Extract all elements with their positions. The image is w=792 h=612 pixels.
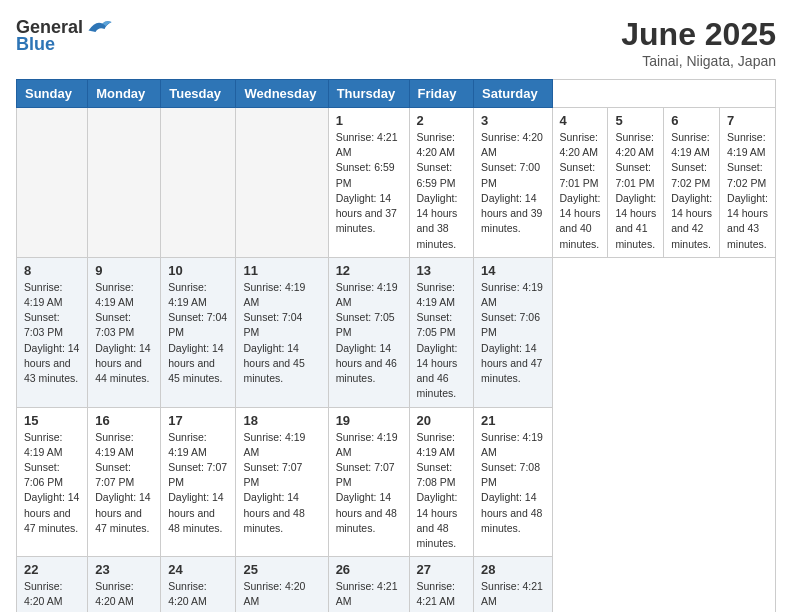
day-cell-9: 9Sunrise: 4:19 AMSunset: 7:03 PMDaylight… <box>88 257 161 407</box>
day-number: 13 <box>417 263 467 278</box>
weekday-header-sunday: Sunday <box>17 80 88 108</box>
day-cell-21: 21Sunrise: 4:19 AMSunset: 7:08 PMDayligh… <box>474 407 552 557</box>
day-info: Sunrise: 4:21 AMSunset: 7:09 PMDaylight:… <box>336 579 402 612</box>
day-cell-13: 13Sunrise: 4:19 AMSunset: 7:05 PMDayligh… <box>409 257 474 407</box>
weekday-header-monday: Monday <box>88 80 161 108</box>
weekday-header-thursday: Thursday <box>328 80 409 108</box>
calendar-table: SundayMondayTuesdayWednesdayThursdayFrid… <box>16 79 776 612</box>
day-number: 26 <box>336 562 402 577</box>
day-cell-22: 22Sunrise: 4:20 AMSunset: 7:08 PMDayligh… <box>17 557 88 612</box>
location-subtitle: Tainai, Niigata, Japan <box>621 53 776 69</box>
day-cell-1: 1Sunrise: 4:21 AMSunset: 6:59 PMDaylight… <box>328 108 409 258</box>
day-info: Sunrise: 4:19 AMSunset: 7:05 PMDaylight:… <box>336 280 402 387</box>
day-number: 17 <box>168 413 228 428</box>
empty-cell <box>17 108 88 258</box>
day-cell-4: 4Sunrise: 4:20 AMSunset: 7:01 PMDaylight… <box>552 108 608 258</box>
weekday-header-wednesday: Wednesday <box>236 80 328 108</box>
day-info: Sunrise: 4:19 AMSunset: 7:07 PMDaylight:… <box>95 430 153 537</box>
day-info: Sunrise: 4:20 AMSunset: 7:01 PMDaylight:… <box>615 130 656 252</box>
logo-text-blue: Blue <box>16 34 55 55</box>
empty-cell <box>88 108 161 258</box>
day-cell-2: 2Sunrise: 4:20 AMSunset: 6:59 PMDaylight… <box>409 108 474 258</box>
day-info: Sunrise: 4:19 AMSunset: 7:07 PMDaylight:… <box>168 430 228 537</box>
logo: General Blue <box>16 16 113 55</box>
day-number: 2 <box>417 113 467 128</box>
day-info: Sunrise: 4:20 AMSunset: 7:01 PMDaylight:… <box>560 130 601 252</box>
day-number: 7 <box>727 113 768 128</box>
day-number: 21 <box>481 413 544 428</box>
day-info: Sunrise: 4:19 AMSunset: 7:05 PMDaylight:… <box>417 280 467 402</box>
day-cell-16: 16Sunrise: 4:19 AMSunset: 7:07 PMDayligh… <box>88 407 161 557</box>
day-info: Sunrise: 4:20 AMSunset: 7:00 PMDaylight:… <box>481 130 544 237</box>
day-info: Sunrise: 4:19 AMSunset: 7:08 PMDaylight:… <box>417 430 467 552</box>
logo-bird-icon <box>85 16 113 38</box>
day-info: Sunrise: 4:19 AMSunset: 7:08 PMDaylight:… <box>481 430 544 537</box>
day-number: 24 <box>168 562 228 577</box>
day-number: 1 <box>336 113 402 128</box>
day-number: 27 <box>417 562 467 577</box>
day-info: Sunrise: 4:19 AMSunset: 7:07 PMDaylight:… <box>336 430 402 537</box>
day-info: Sunrise: 4:19 AMSunset: 7:07 PMDaylight:… <box>243 430 320 537</box>
day-info: Sunrise: 4:21 AMSunset: 7:09 PMDaylight:… <box>481 579 544 612</box>
day-number: 22 <box>24 562 80 577</box>
day-number: 6 <box>671 113 712 128</box>
title-area: June 2025 Tainai, Niigata, Japan <box>621 16 776 69</box>
day-number: 3 <box>481 113 544 128</box>
day-info: Sunrise: 4:20 AMSunset: 7:09 PMDaylight:… <box>243 579 320 612</box>
day-cell-19: 19Sunrise: 4:19 AMSunset: 7:07 PMDayligh… <box>328 407 409 557</box>
day-info: Sunrise: 4:20 AMSunset: 7:08 PMDaylight:… <box>24 579 80 612</box>
day-cell-10: 10Sunrise: 4:19 AMSunset: 7:04 PMDayligh… <box>161 257 236 407</box>
day-info: Sunrise: 4:19 AMSunset: 7:03 PMDaylight:… <box>95 280 153 387</box>
day-info: Sunrise: 4:21 AMSunset: 6:59 PMDaylight:… <box>336 130 402 237</box>
day-info: Sunrise: 4:19 AMSunset: 7:06 PMDaylight:… <box>481 280 544 387</box>
day-cell-26: 26Sunrise: 4:21 AMSunset: 7:09 PMDayligh… <box>328 557 409 612</box>
empty-cell <box>236 108 328 258</box>
day-cell-15: 15Sunrise: 4:19 AMSunset: 7:06 PMDayligh… <box>17 407 88 557</box>
day-cell-27: 27Sunrise: 4:21 AMSunset: 7:09 PMDayligh… <box>409 557 474 612</box>
day-number: 28 <box>481 562 544 577</box>
weekday-header-saturday: Saturday <box>474 80 552 108</box>
day-info: Sunrise: 4:19 AMSunset: 7:02 PMDaylight:… <box>671 130 712 252</box>
day-cell-11: 11Sunrise: 4:19 AMSunset: 7:04 PMDayligh… <box>236 257 328 407</box>
week-row-4: 22Sunrise: 4:20 AMSunset: 7:08 PMDayligh… <box>17 557 776 612</box>
day-number: 16 <box>95 413 153 428</box>
day-number: 4 <box>560 113 601 128</box>
day-cell-14: 14Sunrise: 4:19 AMSunset: 7:06 PMDayligh… <box>474 257 552 407</box>
day-number: 10 <box>168 263 228 278</box>
day-cell-6: 6Sunrise: 4:19 AMSunset: 7:02 PMDaylight… <box>664 108 720 258</box>
day-cell-8: 8Sunrise: 4:19 AMSunset: 7:03 PMDaylight… <box>17 257 88 407</box>
day-number: 20 <box>417 413 467 428</box>
weekday-header-tuesday: Tuesday <box>161 80 236 108</box>
day-number: 9 <box>95 263 153 278</box>
empty-cell <box>161 108 236 258</box>
day-info: Sunrise: 4:19 AMSunset: 7:06 PMDaylight:… <box>24 430 80 537</box>
day-info: Sunrise: 4:19 AMSunset: 7:02 PMDaylight:… <box>727 130 768 252</box>
day-number: 8 <box>24 263 80 278</box>
day-number: 23 <box>95 562 153 577</box>
day-cell-18: 18Sunrise: 4:19 AMSunset: 7:07 PMDayligh… <box>236 407 328 557</box>
day-cell-12: 12Sunrise: 4:19 AMSunset: 7:05 PMDayligh… <box>328 257 409 407</box>
day-cell-20: 20Sunrise: 4:19 AMSunset: 7:08 PMDayligh… <box>409 407 474 557</box>
day-cell-23: 23Sunrise: 4:20 AMSunset: 7:08 PMDayligh… <box>88 557 161 612</box>
day-number: 19 <box>336 413 402 428</box>
day-cell-5: 5Sunrise: 4:20 AMSunset: 7:01 PMDaylight… <box>608 108 664 258</box>
week-row-2: 8Sunrise: 4:19 AMSunset: 7:03 PMDaylight… <box>17 257 776 407</box>
week-row-3: 15Sunrise: 4:19 AMSunset: 7:06 PMDayligh… <box>17 407 776 557</box>
week-row-1: 1Sunrise: 4:21 AMSunset: 6:59 PMDaylight… <box>17 108 776 258</box>
day-info: Sunrise: 4:19 AMSunset: 7:04 PMDaylight:… <box>168 280 228 387</box>
day-number: 11 <box>243 263 320 278</box>
weekday-header-row: SundayMondayTuesdayWednesdayThursdayFrid… <box>17 80 776 108</box>
day-number: 5 <box>615 113 656 128</box>
day-number: 15 <box>24 413 80 428</box>
day-info: Sunrise: 4:21 AMSunset: 7:09 PMDaylight:… <box>417 579 467 612</box>
day-cell-17: 17Sunrise: 4:19 AMSunset: 7:07 PMDayligh… <box>161 407 236 557</box>
day-info: Sunrise: 4:20 AMSunset: 6:59 PMDaylight:… <box>417 130 467 252</box>
day-info: Sunrise: 4:19 AMSunset: 7:04 PMDaylight:… <box>243 280 320 387</box>
day-number: 12 <box>336 263 402 278</box>
page-header: General Blue June 2025 Tainai, Niigata, … <box>16 16 776 69</box>
day-number: 18 <box>243 413 320 428</box>
day-info: Sunrise: 4:20 AMSunset: 7:08 PMDaylight:… <box>168 579 228 612</box>
day-cell-7: 7Sunrise: 4:19 AMSunset: 7:02 PMDaylight… <box>720 108 776 258</box>
day-cell-28: 28Sunrise: 4:21 AMSunset: 7:09 PMDayligh… <box>474 557 552 612</box>
day-info: Sunrise: 4:19 AMSunset: 7:03 PMDaylight:… <box>24 280 80 387</box>
